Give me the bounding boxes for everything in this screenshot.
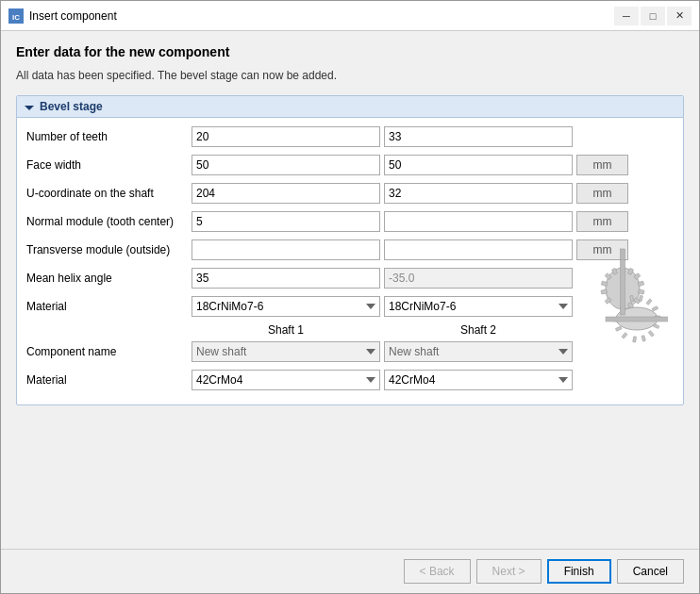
transverse-module-2-input[interactable] — [384, 239, 573, 260]
svg-rect-27 — [639, 295, 642, 302]
cancel-button[interactable]: Cancel — [617, 559, 684, 584]
face-width-label: Face width — [26, 158, 192, 172]
svg-rect-11 — [601, 289, 608, 294]
transverse-module-row: Transverse module (outside) mm — [26, 239, 674, 261]
svg-rect-19 — [648, 331, 654, 338]
svg-rect-21 — [633, 337, 637, 342]
transverse-module-1-input[interactable] — [192, 239, 380, 260]
face-width-2-input[interactable] — [384, 155, 573, 175]
number-of-teeth-fields — [192, 126, 674, 147]
window-title: Insert component — [29, 9, 117, 23]
gear-material-2-select[interactable]: 18CrNiMo7-6 42CrMo4 — [384, 296, 573, 317]
face-width-fields: mm — [192, 155, 674, 175]
u-coordinate-label: U-coordinate on the shaft — [26, 187, 192, 200]
bevel-gear-image — [578, 244, 668, 353]
app-icon: IC — [8, 8, 24, 24]
finish-button[interactable]: Finish — [547, 559, 611, 584]
component-name-row: Component name New shaft New shaft — [26, 340, 674, 363]
u-coordinate-row: U-coordinate on the shaft mm — [26, 182, 674, 205]
svg-rect-29 — [621, 249, 625, 315]
number-of-teeth-row: Number of teeth — [26, 125, 674, 148]
teeth-count-2-input[interactable] — [384, 126, 573, 147]
normal-module-2-input[interactable] — [384, 211, 573, 232]
main-window: IC Insert component ─ □ ✕ Enter data for… — [0, 0, 700, 594]
section-body: Number of teeth Face width mm — [17, 118, 683, 404]
normal-module-fields: mm — [192, 211, 674, 232]
shaft2-header: Shaft 2 — [384, 323, 573, 337]
face-width-unit: mm — [576, 155, 628, 175]
subtitle: All data has been specified. The bevel s… — [16, 69, 684, 82]
mean-helix-label: Mean helix angle — [26, 272, 192, 285]
svg-rect-22 — [622, 333, 627, 339]
shaft-material-row: Material 42CrMo4 18CrNiMo7-6 42CrMo4 18C… — [26, 369, 674, 391]
svg-rect-20 — [642, 336, 645, 342]
gear-material-1-select[interactable]: 18CrNiMo7-6 42CrMo4 — [192, 296, 380, 317]
normal-module-label: Normal module (tooth center) — [26, 215, 192, 228]
component-name-1-select[interactable]: New shaft — [192, 341, 380, 362]
u-coordinate-2-input[interactable] — [384, 183, 573, 204]
minimize-button[interactable]: ─ — [614, 7, 639, 25]
section-title: Bevel stage — [40, 100, 103, 113]
svg-rect-10 — [638, 289, 644, 294]
shaft-material-label: Material — [26, 373, 192, 387]
bevel-stage-section: Bevel stage Number of teeth Face width — [16, 95, 684, 405]
component-name-2-select[interactable]: New shaft — [384, 341, 573, 362]
shaft1-header: Shaft 1 — [192, 323, 380, 337]
normal-module-row: Normal module (tooth center) mm — [26, 210, 674, 233]
svg-rect-25 — [652, 306, 658, 311]
shaft-material-2-select[interactable]: 42CrMo4 18CrNiMo7-6 — [384, 370, 573, 390]
mean-helix-2-input — [384, 268, 573, 289]
footer: < Back Next > Finish Cancel — [1, 549, 699, 593]
collapse-triangle-icon — [25, 106, 34, 110]
mean-helix-1-input[interactable] — [192, 268, 380, 289]
u-coordinate-1-input[interactable] — [192, 183, 380, 204]
title-controls: ─ □ ✕ — [614, 7, 692, 25]
transverse-module-label: Transverse module (outside) — [26, 243, 192, 256]
svg-rect-18 — [653, 323, 659, 328]
face-width-1-input[interactable] — [192, 155, 380, 175]
maximize-button[interactable]: □ — [641, 7, 665, 25]
svg-rect-26 — [646, 299, 652, 305]
teeth-count-1-input[interactable] — [192, 126, 380, 147]
section-header: Bevel stage — [17, 96, 683, 118]
svg-text:IC: IC — [12, 13, 20, 22]
title-bar: IC Insert component ─ □ ✕ — [1, 1, 699, 31]
u-coordinate-unit: mm — [576, 183, 628, 204]
title-bar-left: IC Insert component — [8, 8, 117, 24]
mean-helix-row: Mean helix angle — [26, 267, 674, 289]
main-title: Enter data for the new component — [16, 44, 684, 59]
number-of-teeth-label: Number of teeth — [26, 130, 192, 143]
gear-material-row: Material 18CrNiMo7-6 42CrMo4 18CrNiMo7-6… — [26, 295, 674, 318]
normal-module-unit: mm — [576, 211, 628, 232]
component-name-label: Component name — [26, 345, 192, 358]
shaft-material-1-select[interactable]: 42CrMo4 18CrNiMo7-6 — [192, 370, 380, 390]
content-area: Enter data for the new component All dat… — [1, 31, 699, 549]
shaft-material-fields: 42CrMo4 18CrNiMo7-6 42CrMo4 18CrNiMo7-6 — [192, 370, 674, 390]
normal-module-input[interactable] — [192, 211, 380, 232]
back-button[interactable]: < Back — [404, 559, 471, 584]
close-button[interactable]: ✕ — [667, 7, 692, 25]
next-button[interactable]: Next > — [476, 559, 542, 584]
face-width-row: Face width mm — [26, 154, 674, 176]
svg-rect-30 — [606, 317, 668, 322]
u-coordinate-fields: mm — [192, 183, 674, 204]
svg-rect-23 — [615, 326, 622, 331]
gear-material-label: Material — [26, 300, 192, 313]
